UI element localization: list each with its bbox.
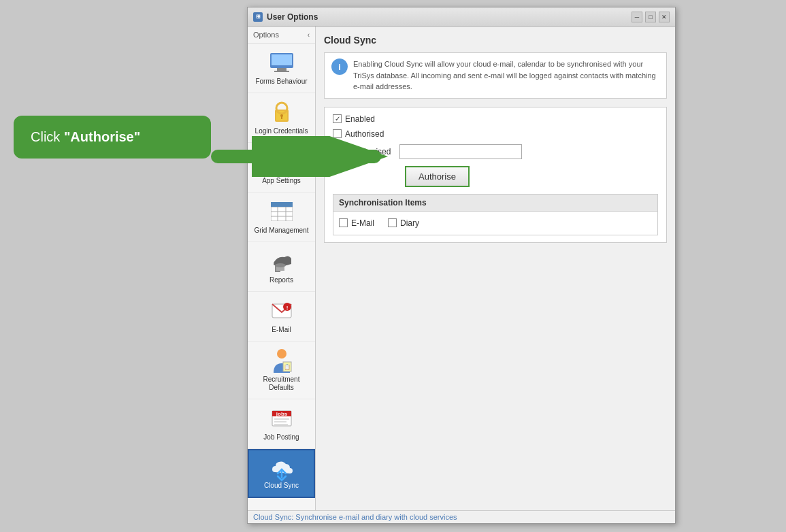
authorise-button-container: Authorise <box>399 166 658 194</box>
sidebar-item-recruitment-defaults[interactable]: 📋 Recruitment Defaults <box>248 342 315 399</box>
info-text: Enabling Cloud Sync will allow your clou… <box>353 59 659 93</box>
diary-sync-label[interactable]: Diary <box>388 218 419 228</box>
recruitment-defaults-icon: 📋 <box>269 348 294 373</box>
svg-text:jobs: jobs <box>275 411 287 417</box>
svg-rect-9 <box>281 116 282 119</box>
cloud-sync-label: Cloud Sync <box>264 482 299 490</box>
grid-management-label: Grid Management <box>254 227 308 235</box>
enabled-text: Enabled <box>345 114 375 124</box>
sidebar-item-reports[interactable]: Reports <box>248 242 315 292</box>
email-icon: ! <box>269 299 294 323</box>
svg-text:📋: 📋 <box>284 363 291 370</box>
date-authorised-input[interactable] <box>399 144 522 159</box>
email-sync-text: E-Mail <box>351 218 374 228</box>
sidebar-item-grid-management[interactable]: Grid Management <box>248 193 315 242</box>
status-bar: Cloud Sync: Synchronise e-mail and diary… <box>248 510 675 523</box>
enabled-label[interactable]: Enabled <box>333 114 375 124</box>
sidebar: Options ‹ Forms Behaviour <box>248 27 316 510</box>
svg-rect-38 <box>274 421 286 422</box>
email-label: E-Mail <box>272 326 291 334</box>
callout-text: Click "Authorise" <box>31 129 140 144</box>
enabled-checkbox[interactable] <box>333 114 342 123</box>
forms-behaviour-label: Forms Behaviour <box>255 78 307 86</box>
forms-behaviour-icon <box>269 50 294 75</box>
enabled-row: Enabled <box>333 114 658 124</box>
svg-rect-39 <box>274 424 288 425</box>
sidebar-item-forms-behaviour[interactable]: Forms Behaviour <box>248 44 315 93</box>
svg-rect-2 <box>272 54 292 65</box>
title-controls: ─ □ ✕ <box>632 12 670 22</box>
sidebar-item-cloud-sync[interactable]: Cloud Sync <box>248 449 315 498</box>
sync-items: E-Mail Diary <box>333 212 657 235</box>
callout-bold: "Authorise" <box>64 129 140 144</box>
arrow <box>211 136 402 177</box>
sidebar-header-label: Options <box>253 31 279 39</box>
authorise-button[interactable]: Authorise <box>405 166 470 187</box>
cloud-sync-icon <box>269 457 294 482</box>
instruction-callout: Click "Authorise" <box>14 116 211 159</box>
window-body: Options ‹ Forms Behaviour <box>248 27 675 510</box>
sync-section-title: Synchronisation Items <box>333 195 657 212</box>
sidebar-item-email[interactable]: ! E-Mail <box>248 292 315 342</box>
svg-text:!: ! <box>286 305 288 311</box>
email-sync-label[interactable]: E-Mail <box>339 218 374 228</box>
status-text: Cloud Sync: Synchronise e-mail and diary… <box>253 513 457 521</box>
section-title: Cloud Sync <box>324 35 667 46</box>
reports-icon <box>269 249 294 273</box>
close-button[interactable]: ✕ <box>659 12 670 22</box>
window-icon: ⊞ <box>253 12 263 22</box>
job-posting-label: Job Posting <box>263 433 299 442</box>
diary-sync-checkbox[interactable] <box>388 218 397 227</box>
svg-point-27 <box>275 263 286 267</box>
svg-rect-37 <box>274 418 289 420</box>
recruitment-defaults-label: Recruitment Defaults <box>250 376 312 392</box>
diary-sync-text: Diary <box>400 218 419 228</box>
app-settings-label: App Settings <box>262 177 301 185</box>
reports-label: Reports <box>269 276 293 284</box>
grid-management-icon <box>269 199 294 224</box>
svg-point-31 <box>277 349 286 359</box>
window-title: User Options <box>267 12 318 22</box>
job-posting-icon: jobs <box>269 406 294 431</box>
sync-section: Synchronisation Items E-Mail Diary <box>333 194 658 235</box>
svg-rect-3 <box>277 68 286 71</box>
email-sync-checkbox[interactable] <box>339 218 348 227</box>
title-bar: ⊞ User Options ─ □ ✕ <box>248 7 675 27</box>
sidebar-collapse-button[interactable]: ‹ <box>308 31 310 39</box>
sidebar-header: Options ‹ <box>248 27 315 44</box>
svg-rect-22 <box>271 202 293 207</box>
login-credentials-label: Login Credentials <box>255 127 308 135</box>
arrow-svg <box>211 136 402 177</box>
info-icon: i <box>331 59 348 75</box>
login-credentials-icon <box>269 100 294 124</box>
main-content: Cloud Sync i Enabling Cloud Sync will al… <box>316 27 675 510</box>
svg-rect-4 <box>274 71 289 72</box>
user-options-window: ⊞ User Options ─ □ ✕ Options ‹ <box>247 7 676 524</box>
sidebar-item-job-posting[interactable]: jobs Job Posting <box>248 399 315 449</box>
minimize-button[interactable]: ─ <box>632 12 642 22</box>
title-bar-left: ⊞ User Options <box>253 12 318 22</box>
maximize-button[interactable]: □ <box>645 12 656 22</box>
info-box: i Enabling Cloud Sync will allow your cl… <box>324 52 667 99</box>
